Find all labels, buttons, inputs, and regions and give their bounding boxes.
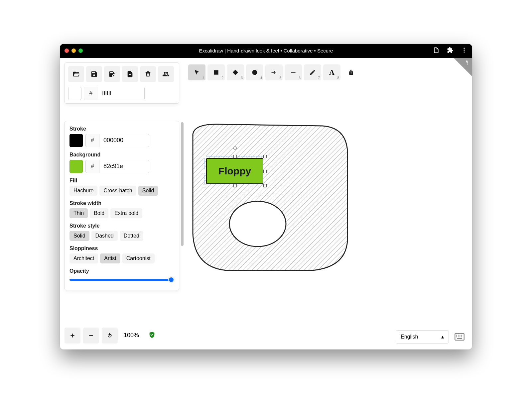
shape-toolbar: 1 2 3 4 5 6 7 [186, 62, 360, 82]
fill-solid[interactable]: Solid [138, 186, 158, 196]
stroke-width-label: Stroke width [69, 200, 174, 206]
save-edit-icon [108, 70, 116, 78]
zoom-value: 100% [120, 332, 142, 339]
svg-rect-9 [458, 335, 459, 336]
selection-outline [204, 156, 265, 186]
resize-handle-w[interactable] [203, 170, 206, 173]
tool-line[interactable]: 6 [285, 64, 302, 80]
fill-options: Hachure Cross-hatch Solid [69, 186, 174, 196]
minimize-window[interactable] [71, 49, 76, 53]
document-icon[interactable] [433, 47, 440, 55]
folder-open-icon [72, 70, 80, 78]
slop-architect[interactable]: Architect [69, 253, 98, 263]
fill-hachure[interactable]: Hachure [69, 186, 97, 196]
properties-panel: Stroke # Background # Fill Hachure Cross… [65, 121, 179, 290]
diamond-icon [232, 69, 239, 76]
svg-rect-8 [456, 335, 457, 336]
stroke-input[interactable] [99, 134, 149, 147]
chevron-up-icon: ▴ [441, 334, 444, 340]
window-title: Excalidraw | Hand-drawn look & feel • Co… [60, 48, 472, 53]
line-icon [290, 69, 297, 76]
extension-icon[interactable] [447, 47, 454, 55]
clear-button[interactable] [140, 66, 156, 82]
resize-handle-ne[interactable] [263, 155, 267, 158]
ss-dashed[interactable]: Dashed [91, 231, 118, 241]
stroke-style-label: Stroke style [69, 223, 174, 229]
canvas-bg-swatch[interactable] [68, 87, 81, 100]
language-select[interactable]: English ▴ [396, 330, 449, 344]
circle-icon [251, 69, 258, 76]
properties-scrollbar[interactable] [181, 122, 184, 246]
export-icon [126, 70, 134, 78]
keyboard-shortcuts-button[interactable] [453, 330, 466, 344]
text-icon: A [329, 68, 334, 77]
tool-draw[interactable]: 7 [304, 64, 321, 80]
maximize-window[interactable] [78, 49, 83, 53]
tool-arrow[interactable]: 5 [265, 64, 283, 80]
rotate-handle[interactable] [233, 147, 237, 150]
resize-handle-sw[interactable] [203, 184, 206, 187]
tool-ellipse[interactable]: 4 [246, 64, 263, 80]
bg-input[interactable] [99, 160, 149, 173]
more-icon[interactable] [461, 47, 467, 55]
svg-rect-15 [461, 336, 462, 337]
slop-cartoonist[interactable]: Cartoonist [122, 253, 155, 263]
app-body: Floppy [60, 58, 472, 349]
svg-rect-13 [458, 336, 459, 337]
shield-check-icon [148, 331, 156, 339]
slop-artist[interactable]: Artist [100, 253, 120, 263]
svg-rect-16 [457, 338, 462, 339]
close-window[interactable] [65, 49, 69, 53]
ss-solid[interactable]: Solid [69, 231, 89, 241]
encryption-shield[interactable] [148, 331, 156, 340]
sloppiness-label: Sloppiness [69, 246, 174, 251]
sw-thin[interactable]: Thin [69, 208, 88, 218]
ss-dotted[interactable]: Dotted [120, 231, 143, 241]
svg-rect-14 [460, 336, 461, 337]
tool-text[interactable]: A 8 [323, 64, 340, 80]
export-button[interactable] [122, 66, 138, 82]
resize-handle-se[interactable] [263, 184, 267, 187]
opacity-slider[interactable] [69, 279, 174, 281]
pencil-icon [309, 69, 316, 76]
tool-selection[interactable]: 1 [188, 64, 205, 80]
sw-bold[interactable]: Bold [90, 208, 108, 218]
bg-swatch[interactable] [69, 160, 83, 173]
language-value: English [401, 334, 418, 340]
save-as-button[interactable] [104, 66, 120, 82]
stroke-label: Stroke [69, 126, 174, 132]
sloppiness-options: Architect Artist Cartoonist [69, 253, 174, 263]
drawn-shape-disk[interactable] [193, 124, 347, 270]
sw-extrabold[interactable]: Extra bold [110, 208, 142, 218]
zoom-in-button[interactable] [65, 328, 80, 344]
corner-plug-icon[interactable] [464, 60, 470, 67]
tool-diamond[interactable]: 3 [227, 64, 244, 80]
lock-button[interactable] [344, 64, 358, 80]
zoom-reset-button[interactable] [102, 328, 118, 344]
stroke-swatch[interactable] [69, 134, 83, 147]
resize-handle-s[interactable] [233, 184, 237, 187]
fill-crosshatch[interactable]: Cross-hatch [99, 186, 136, 196]
resize-handle-e[interactable] [263, 170, 267, 173]
traffic-lights [65, 49, 83, 53]
arrow-icon [271, 69, 277, 76]
square-icon [213, 69, 219, 76]
svg-point-5 [252, 70, 257, 75]
trash-icon [144, 70, 152, 78]
background-label: Background [69, 152, 174, 158]
drawn-shape-hole[interactable] [229, 201, 286, 246]
open-button[interactable] [68, 66, 84, 82]
title-actions [433, 47, 467, 55]
minus-icon [88, 333, 94, 339]
canvas-bg-input[interactable] [98, 87, 145, 100]
save-button[interactable] [86, 66, 102, 82]
svg-point-2 [464, 51, 465, 52]
keyboard-icon [455, 333, 465, 341]
resize-handle-nw[interactable] [203, 155, 206, 158]
svg-rect-11 [461, 335, 462, 336]
zoom-out-button[interactable] [83, 328, 99, 344]
tool-rectangle[interactable]: 2 [207, 64, 225, 80]
titlebar: Excalidraw | Hand-drawn look & feel • Co… [60, 44, 472, 58]
collaborate-button[interactable] [158, 66, 174, 82]
resize-handle-n[interactable] [233, 155, 237, 158]
